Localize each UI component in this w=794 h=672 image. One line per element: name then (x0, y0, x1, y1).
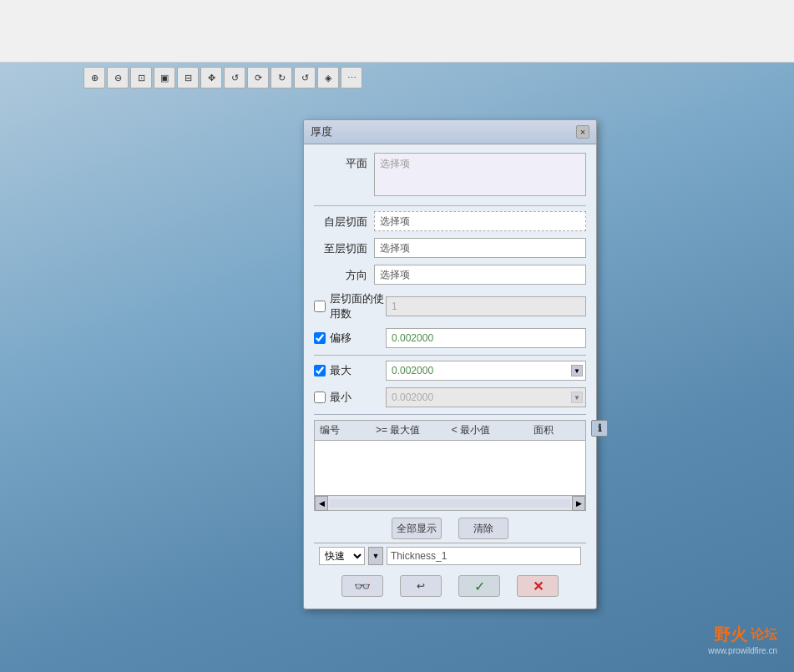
col-id-header: 编号 (320, 423, 362, 437)
scrollbar: ◀ ▶ (315, 495, 585, 510)
rotate2-button[interactable]: ↻ (271, 67, 292, 88)
scroll-left-button[interactable]: ◀ (315, 496, 328, 511)
zoom-in-button[interactable] (83, 67, 105, 88)
rotate3-button[interactable]: ↺ (294, 67, 316, 88)
show-all-button[interactable]: 全部显示 (392, 518, 442, 539)
table-body (315, 441, 585, 495)
zoom-prev-button[interactable]: ⊟ (177, 67, 199, 88)
offset-input-area (386, 328, 586, 348)
watermark-brand: 野火 (714, 624, 747, 646)
max-input[interactable] (386, 361, 586, 381)
divider-3 (314, 414, 586, 415)
zoom-out-icon (114, 73, 122, 83)
layer-count-input-area (386, 296, 586, 316)
dialog-titlebar: 厚度 × (304, 120, 596, 144)
rotate-button[interactable]: ⟳ (247, 67, 269, 88)
plane-control-area: 选择项 (374, 153, 586, 199)
to-layer-label: 至层切面 (314, 238, 374, 256)
dialog-bottom-buttons: 👓 ↩ ✓ ✕ (314, 568, 586, 600)
dialog-close-button[interactable]: × (576, 125, 589, 139)
max-input-area: ▼ (386, 361, 586, 381)
zoom-full-button[interactable]: ⊡ (130, 67, 152, 88)
offset-input[interactable] (386, 328, 586, 348)
undo-icon: ↩ (417, 580, 425, 592)
max-checkbox[interactable] (314, 365, 326, 376)
direction-input[interactable] (374, 265, 586, 285)
quick-bar: 快速 ▼ (314, 543, 586, 568)
max-row: 最大 ▼ (314, 361, 586, 381)
to-layer-row: 至层切面 (314, 238, 586, 258)
min-checkbox[interactable] (314, 392, 326, 403)
col-max-header: >= 最大值 (362, 423, 434, 437)
table-header: 编号 >= 最大值 < 最小值 面积 (315, 421, 585, 441)
info-button[interactable]: ℹ (591, 420, 608, 437)
to-layer-control (374, 238, 586, 258)
offset-row: 偏移 (314, 328, 586, 348)
refit-button[interactable]: ↺ (224, 67, 245, 88)
plane-label: 平面 (314, 153, 374, 171)
divider-1 (314, 205, 586, 206)
min-input (386, 387, 586, 407)
watermark: 野火 论坛 www.prowildfire.cn (708, 624, 777, 655)
min-label: 最小 (330, 390, 384, 405)
action-buttons-row: 全部显示 清除 (314, 511, 586, 543)
from-layer-input[interactable] (374, 211, 586, 231)
zoom-in-icon (91, 73, 99, 83)
quick-select[interactable]: 快速 (319, 547, 365, 565)
col-min-header: < 最小值 (434, 423, 507, 437)
from-layer-row: 自层切面 (314, 211, 586, 231)
results-table: 编号 >= 最大值 < 最小值 面积 ◀ ▶ (314, 420, 586, 511)
quick-text-input[interactable] (387, 547, 581, 565)
quick-arrow-button[interactable]: ▼ (368, 547, 383, 565)
dialog-body: 平面 选择项 自层切面 至层切面 方向 (304, 144, 596, 609)
from-layer-control (374, 211, 586, 231)
cancel-button[interactable]: ✕ (517, 575, 559, 597)
layer-count-checkbox[interactable] (314, 301, 326, 312)
direction-label: 方向 (314, 265, 374, 283)
pan-button[interactable]: ✥ (200, 67, 222, 88)
scroll-right-button[interactable]: ▶ (572, 496, 585, 511)
from-layer-label: 自层切面 (314, 211, 374, 230)
dialog-title: 厚度 (311, 124, 332, 139)
more-button[interactable]: ⋯ (341, 67, 362, 88)
clear-button[interactable]: 清除 (458, 518, 508, 539)
zoom-out-button[interactable] (107, 67, 129, 88)
zoom-area-button[interactable]: ▣ (154, 67, 175, 88)
table-container: 编号 >= 最大值 < 最小值 面积 ◀ ▶ ℹ (314, 420, 586, 511)
max-label: 最大 (330, 363, 384, 378)
divider-2 (314, 355, 586, 356)
layer-count-label: 层切面的使用数 (330, 291, 384, 321)
layer-count-input (386, 296, 586, 316)
scroll-track[interactable] (330, 499, 570, 508)
toolbar: ⊡ ▣ ⊟ ✥ ↺ ⟳ ↻ ↺ ◈ ⋯ (83, 67, 362, 88)
min-row: 最小 ▼ (314, 387, 586, 407)
plane-input[interactable]: 选择项 (374, 153, 586, 196)
thickness-dialog: 厚度 × 平面 选择项 自层切面 至层切面 方向 (303, 119, 597, 609)
max-select-wrap: ▼ (386, 361, 586, 381)
offset-checkbox[interactable] (314, 332, 326, 344)
undo-button[interactable]: ↩ (400, 575, 442, 597)
direction-row: 方向 (314, 265, 586, 285)
glasses-icon: 👓 (354, 579, 371, 594)
cancel-icon: ✕ (533, 579, 544, 594)
watermark-url: www.prowildfire.cn (708, 646, 777, 655)
offset-label: 偏移 (330, 331, 384, 346)
direction-control (374, 265, 586, 285)
view-button[interactable]: ◈ (317, 67, 339, 88)
plane-row: 平面 选择项 (314, 153, 586, 199)
top-bar (0, 0, 794, 63)
confirm-icon: ✓ (474, 579, 485, 594)
to-layer-input[interactable] (374, 238, 586, 258)
min-input-area: ▼ (386, 387, 586, 407)
watermark-forum: 论坛 (751, 626, 777, 644)
preview-button[interactable]: 👓 (341, 575, 383, 597)
info-icon: ℹ (598, 422, 602, 434)
col-area-header: 面积 (508, 423, 580, 437)
confirm-button[interactable]: ✓ (458, 575, 500, 597)
layer-count-row: 层切面的使用数 (314, 291, 586, 321)
min-select-wrap: ▼ (386, 387, 586, 407)
